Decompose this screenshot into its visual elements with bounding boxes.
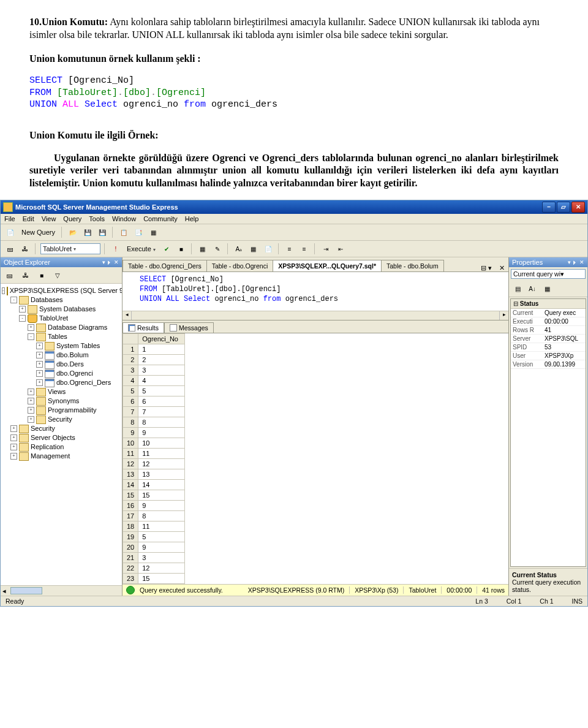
- table-row[interactable]: 55: [123, 386, 185, 396]
- table-row[interactable]: 1414: [123, 480, 185, 490]
- tree-node[interactable]: +dbo.Ogrenci: [2, 369, 121, 378]
- properties-icon[interactable]: 📋: [118, 226, 130, 238]
- editor-horizontal-scrollbar[interactable]: ◂▸: [123, 311, 508, 320]
- table-row[interactable]: 77: [123, 407, 185, 417]
- menu-community[interactable]: Community: [143, 215, 178, 222]
- expander-icon[interactable]: +: [10, 434, 17, 441]
- tab-bolum[interactable]: Table - dbo.Bolum: [381, 260, 444, 271]
- parse-icon[interactable]: ✔: [160, 243, 173, 255]
- tree-node[interactable]: +System Databases: [2, 305, 121, 314]
- table-row[interactable]: 88: [123, 417, 185, 428]
- tab-results[interactable]: Results: [123, 322, 164, 333]
- tab-close-icon[interactable]: ✕: [496, 264, 508, 271]
- tab-overflow-icon[interactable]: ⊟ ▾: [477, 264, 496, 271]
- expander-icon[interactable]: +: [19, 306, 26, 313]
- table-row[interactable]: 2212: [123, 563, 185, 574]
- change-conn-icon[interactable]: 🖧: [19, 243, 31, 255]
- expander-icon[interactable]: +: [36, 343, 43, 349]
- sql-editor[interactable]: SELECT [Ogrenci_No] FROM [TabloUret].[db…: [123, 272, 508, 311]
- expander-icon[interactable]: +: [10, 453, 17, 460]
- expander-icon[interactable]: +: [36, 352, 43, 358]
- tree-node[interactable]: +Security: [2, 415, 121, 424]
- col-ogrenci-no[interactable]: Ogrenci_No: [138, 334, 185, 344]
- table-row[interactable]: 178: [123, 511, 185, 521]
- menu-query[interactable]: Query: [63, 215, 81, 222]
- properties-title[interactable]: Properties ▾ ⏵ ✕: [509, 257, 587, 267]
- tree-node[interactable]: +Replication: [2, 442, 121, 452]
- table-row[interactable]: 169: [123, 501, 185, 511]
- results-grid-icon[interactable]: ▦: [247, 243, 260, 255]
- uncomment-icon[interactable]: ≡: [298, 243, 311, 255]
- execute-icon[interactable]: !: [110, 243, 122, 255]
- categorized-icon[interactable]: ▤: [511, 282, 524, 295]
- properties-section[interactable]: ⊟ Status: [511, 299, 586, 309]
- database-combo[interactable]: TabloUret: [40, 243, 100, 254]
- tree-horizontal-scrollbar[interactable]: ◂: [1, 585, 122, 596]
- tree-node[interactable]: +Server Objects: [2, 433, 121, 442]
- menu-edit[interactable]: Edit: [23, 215, 34, 222]
- expander-icon[interactable]: +: [36, 370, 43, 377]
- table-row[interactable]: 33: [123, 365, 185, 376]
- properties-combo[interactable]: Current query wi▾: [511, 269, 586, 279]
- expander-icon[interactable]: +: [10, 425, 17, 432]
- connect-icon[interactable]: 🖴: [4, 243, 17, 255]
- property-row[interactable]: UserXPSP3\Xp: [511, 352, 586, 360]
- btn-icon[interactable]: ▦: [197, 243, 209, 255]
- menu-file[interactable]: File: [4, 215, 15, 222]
- outdent-icon[interactable]: ⇤: [334, 243, 347, 255]
- tab-ogrenci[interactable]: Table - dbo.Ogrenci: [206, 260, 274, 271]
- stop-icon[interactable]: ■: [175, 243, 187, 255]
- minimize-button[interactable]: –: [542, 202, 556, 213]
- table-row[interactable]: 1313: [123, 469, 185, 480]
- indent-icon[interactable]: ⇥: [320, 243, 332, 255]
- object-explorer-title[interactable]: Object Explorer ▾ ⏵ ✕: [1, 257, 122, 267]
- tree-node[interactable]: -TabloUret: [2, 314, 121, 323]
- table-row[interactable]: 44: [123, 376, 185, 386]
- table-row[interactable]: 1515: [123, 490, 185, 501]
- tab-query7[interactable]: XPSP3\SQLEXP...QLQuery7.sql*: [273, 260, 382, 271]
- table-row[interactable]: 1811: [123, 521, 185, 532]
- results-grid[interactable]: Ogrenci_No 11223344556677889910101111121…: [123, 333, 508, 584]
- menu-tools[interactable]: Tools: [89, 215, 105, 222]
- disconnect-icon[interactable]: 🖧: [20, 269, 32, 281]
- results-file-icon[interactable]: 📄: [262, 243, 274, 255]
- stop-explorer-icon[interactable]: ■: [36, 269, 48, 281]
- expander-icon[interactable]: +: [28, 324, 34, 331]
- tree-node[interactable]: +dbo.Bolum: [2, 351, 121, 360]
- maximize-button[interactable]: ▱: [557, 202, 570, 213]
- expander-icon[interactable]: -: [28, 333, 34, 340]
- tree-node[interactable]: +dbo.Ders: [2, 360, 121, 369]
- expander-icon[interactable]: -: [19, 315, 26, 322]
- property-row[interactable]: Executi00:00:00: [511, 317, 586, 326]
- tree-node[interactable]: +System Tables: [2, 341, 121, 351]
- tree-node[interactable]: +Synonyms: [2, 396, 121, 406]
- filter-icon[interactable]: ▽: [51, 269, 64, 281]
- menu-view[interactable]: View: [42, 215, 56, 222]
- expander-icon[interactable]: +: [36, 361, 43, 368]
- menu-help[interactable]: Help: [185, 215, 199, 222]
- table-row[interactable]: 1111: [123, 449, 185, 459]
- table-row[interactable]: 1010: [123, 438, 185, 449]
- table-row[interactable]: 22: [123, 355, 185, 365]
- table-row[interactable]: 99: [123, 428, 185, 438]
- save-icon[interactable]: 💾: [81, 226, 94, 238]
- alphabetical-icon[interactable]: A↓: [526, 282, 538, 295]
- pane-controls[interactable]: ▾ ⏵ ✕: [568, 259, 584, 265]
- execute-button[interactable]: Execute: [124, 245, 158, 252]
- btn-icon[interactable]: ✎: [211, 243, 224, 255]
- expander-icon[interactable]: +: [28, 416, 34, 423]
- results-text-icon[interactable]: Aₐ: [233, 243, 245, 255]
- tree-node[interactable]: +Database Diagrams: [2, 323, 121, 332]
- table-row[interactable]: 2315: [123, 574, 185, 584]
- tree-node[interactable]: -XPSP3\SQLEXPRESS (SQL Server 9: [2, 286, 121, 295]
- table-row[interactable]: 209: [123, 542, 185, 553]
- expander-icon[interactable]: -: [10, 297, 17, 303]
- object-tree[interactable]: -XPSP3\SQLEXPRESS (SQL Server 9-Database…: [1, 284, 122, 585]
- prop-pages-icon[interactable]: ▦: [541, 282, 553, 295]
- expander-icon[interactable]: -: [2, 287, 5, 294]
- tree-node[interactable]: -Databases: [2, 295, 121, 305]
- table-row[interactable]: 213: [123, 553, 185, 563]
- tab-messages[interactable]: Messages: [164, 322, 214, 333]
- save-all-icon[interactable]: 💾: [96, 226, 108, 238]
- property-row[interactable]: SPID53: [511, 343, 586, 352]
